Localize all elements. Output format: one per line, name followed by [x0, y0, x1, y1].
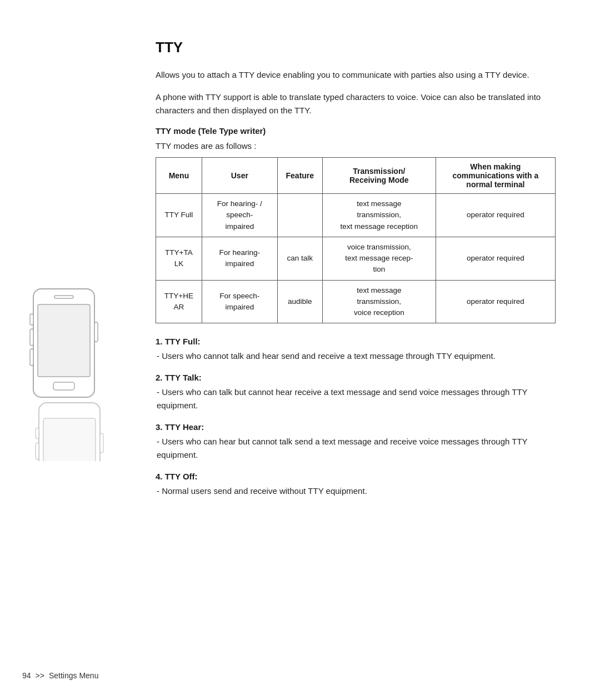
th-user: User — [202, 158, 277, 194]
td-when-2: operator required — [436, 237, 555, 280]
svg-rect-4 — [30, 314, 33, 325]
left-panel — [0, 0, 133, 700]
th-when: When makingcommunications with anormal t… — [436, 158, 555, 194]
page-container: TTY Allows you to attach a TTY device en… — [0, 0, 600, 700]
td-user-2: For hearing-impaired — [202, 237, 277, 280]
td-when-3: operator required — [436, 280, 555, 323]
tty-table: Menu User Feature Transmission/Receiving… — [156, 157, 556, 323]
td-when-1: operator required — [436, 194, 555, 237]
footer-section-label: Settings Menu — [49, 671, 99, 680]
list-item-2: 2. TTY Talk: - Users who can talk but ca… — [156, 373, 556, 412]
svg-rect-11 — [36, 443, 39, 459]
list-item-4-text: - Normal users send and receive without … — [156, 484, 556, 498]
td-transmission-2: voice transmission,text message recep-ti… — [322, 237, 436, 280]
list-item-4: 4. TTY Off: - Normal users send and rece… — [156, 472, 556, 498]
content-panel: TTY Allows you to attach a TTY device en… — [133, 0, 600, 700]
phone-illustration — [22, 283, 111, 461]
list-item-4-title: 4. TTY Off: — [156, 472, 556, 481]
td-transmission-1: text messagetransmission,text message re… — [322, 194, 436, 237]
th-menu: Menu — [156, 158, 202, 194]
list-item-1-text: - Users who cannot talk and hear send an… — [156, 349, 556, 363]
list-item-3-title: 3. TTY Hear: — [156, 422, 556, 432]
table-row-2: TTY+TALK For hearing-impaired can talk v… — [156, 237, 556, 280]
svg-rect-7 — [94, 322, 98, 342]
table-row-3: TTY+HEAR For speech-impaired audible tex… — [156, 280, 556, 323]
td-menu-1: TTY Full — [156, 194, 202, 237]
th-feature: Feature — [277, 158, 322, 194]
td-menu-2: TTY+TALK — [156, 237, 202, 280]
list-item-1: 1. TTY Full: - Users who cannot talk and… — [156, 337, 556, 363]
section-heading: TTY mode (Tele Type writer) — [156, 126, 556, 136]
page-title: TTY — [156, 39, 556, 56]
td-user-3: For speech-impaired — [202, 280, 277, 323]
svg-rect-6 — [30, 349, 33, 366]
list-item-2-text: - Users who can talk but cannot hear rec… — [156, 386, 556, 412]
svg-rect-10 — [36, 428, 39, 439]
td-menu-3: TTY+HEAR — [156, 280, 202, 323]
td-transmission-3: text messagetransmission,voice reception — [322, 280, 436, 323]
footer: 94 >> Settings Menu — [22, 671, 98, 680]
intro-paragraph-2: A phone with TTY support is able to tran… — [156, 91, 556, 117]
list-item-3-text: - Users who can hear but cannot talk sen… — [156, 435, 556, 462]
td-feature-1 — [277, 194, 322, 237]
td-feature-2: can talk — [277, 237, 322, 280]
table-row-1: TTY Full For hearing- /speech-impaired t… — [156, 194, 556, 237]
svg-rect-2 — [38, 304, 90, 377]
footer-separator: >> — [36, 671, 44, 680]
list-item-3: 3. TTY Hear: - Users who can hear but ca… — [156, 422, 556, 462]
svg-rect-5 — [30, 329, 33, 346]
list-item-1-title: 1. TTY Full: — [156, 337, 556, 346]
td-feature-3: audible — [277, 280, 322, 323]
th-transmission: Transmission/Receiving Mode — [322, 158, 436, 194]
modes-intro: TTY modes are as follows : — [156, 141, 556, 151]
intro-paragraph-1: Allows you to attach a TTY device enabli… — [156, 68, 556, 82]
td-user-1: For hearing- /speech-impaired — [202, 194, 277, 237]
svg-rect-12 — [100, 433, 103, 453]
footer-page-number: 94 — [22, 671, 31, 680]
list-item-2-title: 2. TTY Talk: — [156, 373, 556, 382]
svg-rect-9 — [43, 418, 96, 461]
